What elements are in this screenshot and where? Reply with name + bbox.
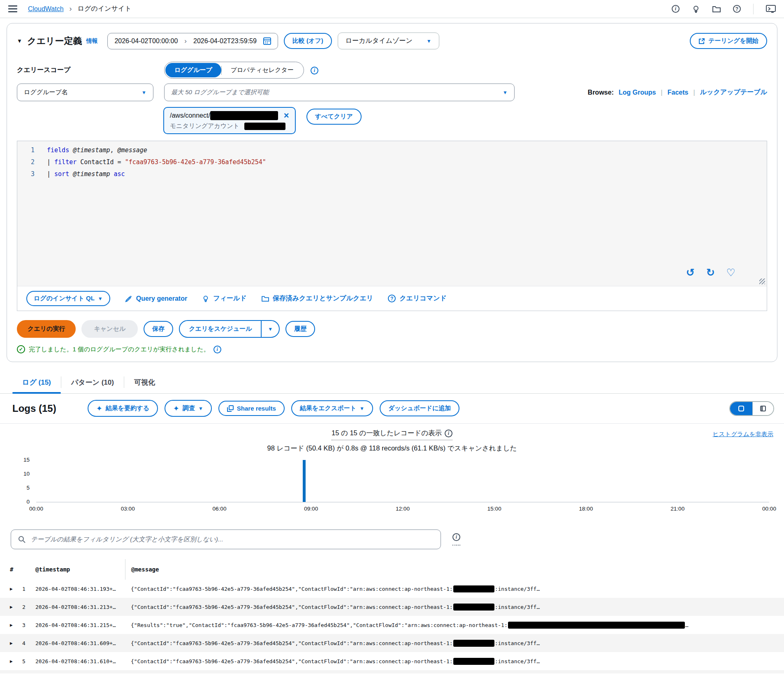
- help-icon[interactable]: ?: [733, 5, 741, 13]
- row-number: 3: [22, 622, 35, 628]
- code-text: | sort @timestamp asc: [47, 168, 125, 180]
- info-icon[interactable]: i: [445, 430, 452, 437]
- histogram-chart: 00:0003:0006:0009:0012:0015:0018:0021:00…: [11, 458, 773, 520]
- table-row[interactable]: ▶22026-04-02T08:46:31.213+…{"ContactId":…: [0, 598, 784, 616]
- query-status: ✓ 完了しました。1 個のロググループのクエリが実行されました。 i: [17, 345, 767, 353]
- x-axis-tick: 09:00: [304, 506, 318, 512]
- histogram-plot[interactable]: [36, 460, 769, 502]
- chevron-down-icon: ▼: [427, 38, 431, 44]
- browse-links: Browse: Log Groups | Facets | ルックアップテーブル: [588, 88, 767, 97]
- remove-log-group-icon[interactable]: ×: [284, 111, 289, 120]
- table-filter-input[interactable]: テーブルの結果をフィルタリング (大文字と小文字を区別しない)...: [11, 529, 441, 549]
- investigate-button[interactable]: ✦ 調査 ▼: [165, 400, 212, 417]
- log-group-name-select[interactable]: ロググループ名 ▼: [17, 84, 153, 101]
- saved-queries-button[interactable]: 保存済みクエリとサンプルクエリ: [262, 294, 373, 303]
- date-range-picker[interactable]: 2026-04-02T00:00:00 › 2026-04-02T23:59:5…: [107, 33, 278, 49]
- timezone-select[interactable]: ローカルタイムゾーン ▼: [338, 33, 439, 49]
- editor-resize-handle[interactable]: [759, 279, 765, 284]
- query-language-select[interactable]: ログのインサイト QL ▼: [26, 291, 110, 306]
- menu-icon[interactable]: [8, 5, 17, 12]
- success-check-icon: ✓: [17, 345, 25, 353]
- redacted-account-id: [453, 640, 494, 647]
- favorite-heart-icon[interactable]: ♡: [726, 267, 735, 278]
- date-end[interactable]: 2026-04-02T23:59:59: [193, 37, 257, 45]
- folder-icon[interactable]: [712, 5, 721, 13]
- log-group-search-input[interactable]: 最大 50 ロググループまで選択可能 ▼: [164, 84, 515, 101]
- breadcrumb-cloudwatch[interactable]: CloudWatch: [28, 5, 64, 13]
- results-tabs: ログ (15) パターン (10) 可視化: [0, 374, 784, 394]
- hide-histogram-link[interactable]: ヒストグラムを非表示: [713, 430, 773, 438]
- expand-row-icon[interactable]: ▶: [10, 622, 22, 628]
- info-link[interactable]: 情報: [86, 37, 97, 45]
- histogram-bar[interactable]: [303, 460, 306, 502]
- code-line[interactable]: 1fields @timestamp, @message: [17, 144, 767, 156]
- row-number: 1: [22, 586, 35, 592]
- query-generator-button[interactable]: Query generator: [125, 295, 187, 302]
- row-message: {"ContactId":"fcaa9763-5b96-42e5-a779-36…: [125, 658, 784, 665]
- info-icon[interactable]: i: [311, 66, 318, 74]
- summarize-results-button[interactable]: ✦ 結果を要約する: [88, 400, 158, 417]
- tab-log-groups[interactable]: ロググループ: [165, 63, 221, 77]
- fields-button[interactable]: フィールド: [202, 294, 247, 303]
- date-start[interactable]: 2026-04-02T00:00:00: [114, 37, 178, 45]
- query-code-area[interactable]: 1fields @timestamp, @message2| filter Co…: [17, 141, 767, 286]
- history-button[interactable]: 履歴: [285, 321, 315, 337]
- browse-lookup-table-link[interactable]: ルックアップテーブル: [700, 88, 767, 97]
- table-row[interactable]: ▶12026-04-02T08:46:31.193+…{"ContactId":…: [0, 580, 784, 598]
- y-axis-tick: 15: [11, 457, 30, 463]
- run-query-button[interactable]: クエリの実行: [17, 320, 76, 338]
- lightbulb-icon[interactable]: [692, 5, 700, 13]
- schedule-query-button[interactable]: クエリをスケジュール: [180, 321, 262, 337]
- export-results-button[interactable]: 結果をエクスポート ▼: [291, 400, 373, 416]
- sparkle-icon: ✦: [173, 404, 179, 413]
- clear-all-button[interactable]: すべてクリア: [306, 109, 362, 125]
- tab-property-selector[interactable]: プロパティセレクター: [222, 63, 303, 77]
- share-results-button[interactable]: Share results: [218, 401, 285, 416]
- copy-icon: [227, 405, 234, 412]
- table-row[interactable]: ▶52026-04-02T08:46:31.610+…{"ContactId":…: [0, 652, 784, 670]
- selected-log-group-chip[interactable]: /aws/connect/ × モニタリングアカウント: [163, 107, 296, 134]
- tab-visualization[interactable]: 可視化: [124, 374, 165, 393]
- info-icon[interactable]: i: [452, 533, 460, 541]
- code-line[interactable]: 3| sort @timestamp asc: [17, 168, 767, 180]
- redacted-account-id: [453, 585, 494, 592]
- expand-row-icon[interactable]: ▶: [10, 641, 22, 646]
- info-icon[interactable]: i: [672, 5, 680, 13]
- search-icon: [18, 536, 26, 543]
- monitoring-account-label: モニタリングアカウント: [170, 122, 239, 130]
- chevron-down-icon: ▼: [198, 406, 203, 411]
- collapse-caret-icon[interactable]: ▼: [17, 38, 22, 44]
- expand-row-icon[interactable]: ▶: [10, 586, 22, 592]
- compare-button[interactable]: 比較 (オフ): [284, 33, 332, 49]
- chevron-down-icon: ▼: [503, 90, 508, 95]
- list-view-toggle-selected[interactable]: [730, 402, 752, 415]
- schedule-query-split-button[interactable]: クエリをスケジュール ▼: [179, 320, 280, 338]
- side-panel-view-toggle[interactable]: [753, 402, 773, 415]
- chevron-down-icon[interactable]: ▼: [262, 321, 279, 337]
- table-header: # @timestamp @message: [0, 559, 784, 580]
- expand-row-icon[interactable]: ▶: [10, 659, 22, 664]
- info-icon[interactable]: i: [213, 345, 221, 353]
- add-to-dashboard-button[interactable]: ダッシュボードに追加: [380, 400, 459, 416]
- code-line[interactable]: 2| filter ContactId = "fcaa9763-5b96-42e…: [17, 156, 767, 168]
- undo-icon[interactable]: ↺: [686, 267, 695, 278]
- row-number: 5: [22, 658, 35, 664]
- query-editor: 1fields @timestamp, @message2| filter Co…: [17, 141, 767, 311]
- table-row[interactable]: ▶42026-04-02T08:46:31.609+…{"ContactId":…: [0, 634, 784, 652]
- tab-logs[interactable]: ログ (15): [12, 374, 61, 393]
- save-button[interactable]: 保存: [144, 321, 173, 337]
- calendar-icon[interactable]: [263, 37, 271, 45]
- query-commands-button[interactable]: ? クエリコマンド: [388, 294, 447, 303]
- cancel-button: キャンセル: [81, 320, 138, 338]
- status-message: 完了しました。1 個のロググループのクエリが実行されました。: [29, 346, 210, 353]
- chevron-down-icon: ▼: [98, 296, 103, 302]
- tab-patterns[interactable]: パターン (10): [61, 374, 124, 393]
- expand-row-icon[interactable]: ▶: [10, 604, 22, 610]
- browse-facets-link[interactable]: Facets: [668, 89, 689, 96]
- browse-log-groups-link[interactable]: Log Groups: [619, 89, 656, 96]
- redo-icon[interactable]: ↻: [706, 267, 715, 278]
- start-tailing-button[interactable]: テーリングを開始: [690, 33, 767, 49]
- table-row[interactable]: ▶32026-04-02T08:46:31.215+…{"Results":"t…: [0, 616, 784, 634]
- redacted-account-id: [244, 123, 285, 130]
- cloudshell-icon[interactable]: [766, 5, 776, 13]
